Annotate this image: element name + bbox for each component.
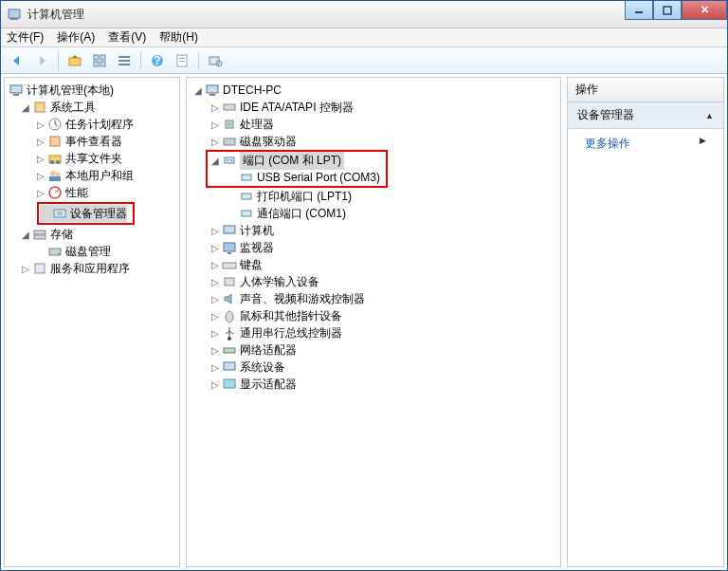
tree-device-manager[interactable]: ▷ 设备管理器 — [40, 205, 127, 222]
tree-hid[interactable]: ▷ 人体学输入设备 — [189, 273, 558, 290]
close-button[interactable]: ✕ — [682, 1, 727, 20]
forward-button[interactable] — [31, 50, 52, 71]
more-actions-link[interactable]: 更多操作 ▶ — [568, 129, 723, 158]
tree-shared-folders[interactable]: ▷ 共享文件夹 — [7, 150, 177, 167]
tree-sound[interactable]: ▷ 声音、视频和游戏控制器 — [189, 290, 558, 307]
tree-usb-serial[interactable]: ▷ USB Serial Port (COM3) — [209, 169, 380, 186]
tree-monitor[interactable]: ▷ 监视器 — [189, 239, 558, 256]
expand-icon[interactable]: ▷ — [35, 188, 46, 198]
label: 人体学输入设备 — [240, 274, 319, 290]
expand-icon[interactable]: ▷ — [209, 379, 220, 390]
tree-local-users[interactable]: ▷ 本地用户和组 — [7, 167, 177, 184]
mouse-icon — [222, 308, 237, 323]
separator — [198, 51, 199, 70]
svg-rect-37 — [35, 264, 45, 273]
back-button[interactable] — [7, 50, 27, 71]
tree-keyboard[interactable]: ▷ 键盘 — [189, 256, 558, 273]
collapse-icon[interactable]: ◢ — [20, 230, 30, 240]
label: 设备管理器 — [70, 206, 127, 222]
menu-help[interactable]: 帮助(H) — [159, 29, 198, 46]
maximize-button[interactable] — [653, 1, 682, 20]
svg-rect-50 — [224, 226, 235, 233]
collapse-icon[interactable]: ◢ — [20, 102, 30, 113]
expand-icon[interactable]: ▷ — [209, 328, 220, 339]
label: 计算机管理(本地) — [27, 83, 114, 99]
expand-icon[interactable]: ▷ — [209, 311, 220, 322]
label: 键盘 — [240, 257, 263, 273]
tree-services-apps[interactable]: ▷ 服务和应用程序 — [7, 260, 177, 277]
expand-icon[interactable]: ▷ — [209, 120, 220, 130]
tree-disk-drives[interactable]: ▷ 磁盘驱动器 — [189, 133, 558, 150]
scan-button[interactable] — [205, 50, 226, 71]
help-button[interactable]: ? — [147, 50, 168, 71]
tree-system-devices[interactable]: ▷ 系统设备 — [189, 359, 558, 376]
menu-file[interactable]: 文件(F) — [7, 29, 44, 46]
label: DTECH-PC — [223, 83, 282, 97]
refresh-button[interactable] — [172, 50, 192, 71]
actions-section[interactable]: 设备管理器 ▲ — [568, 102, 723, 129]
expand-icon[interactable]: ▷ — [209, 243, 220, 253]
expand-icon[interactable]: ▷ — [209, 277, 220, 287]
services-icon — [32, 261, 47, 276]
device-tree: ◢ DTECH-PC ▷ IDE ATA/ATAPI 控制器 ▷ 处理器 ▷ 磁… — [187, 78, 560, 396]
disk-icon — [222, 134, 237, 149]
tree-network[interactable]: ▷ 网络适配器 — [189, 341, 558, 359]
tree-storage[interactable]: ◢ 存储 — [7, 226, 177, 243]
expand-icon[interactable]: ▷ — [35, 120, 46, 130]
up-button[interactable] — [64, 50, 85, 71]
tree-mouse[interactable]: ▷ 鼠标和其他指针设备 — [189, 307, 558, 324]
tree-ide[interactable]: ▷ IDE ATA/ATAPI 控制器 — [189, 99, 558, 116]
tree-printer-port[interactable]: ▷ 打印机端口 (LPT1) — [189, 188, 558, 205]
expand-icon[interactable]: ▷ — [209, 294, 220, 304]
main-panel: ◢ DTECH-PC ▷ IDE ATA/ATAPI 控制器 ▷ 处理器 ▷ 磁… — [186, 77, 561, 567]
tree-cpu[interactable]: ▷ 处理器 — [189, 116, 558, 133]
expand-icon[interactable]: ▷ — [35, 154, 46, 164]
label: 服务和应用程序 — [50, 261, 130, 277]
expand-icon[interactable]: ▷ — [35, 171, 46, 181]
expand-icon[interactable]: ▷ — [209, 260, 220, 270]
expand-icon[interactable]: ▷ — [209, 362, 220, 373]
collapse-icon[interactable]: ▲ — [705, 111, 714, 120]
expand-icon[interactable]: ▷ — [209, 226, 220, 236]
tree-comm-port[interactable]: ▷ 通信端口 (COM1) — [189, 205, 558, 222]
collapse-icon[interactable]: ◢ — [192, 85, 203, 96]
tree-performance[interactable]: ▷ 性能 — [7, 184, 177, 201]
expand-icon[interactable]: ▷ — [209, 345, 220, 356]
expand-icon[interactable]: ▷ — [209, 102, 220, 113]
svg-rect-48 — [242, 193, 251, 199]
tree-disk-mgmt[interactable]: ▷ 磁盘管理 — [7, 243, 177, 260]
tree-task-scheduler[interactable]: ▷ 任务计划程序 — [7, 116, 177, 133]
tree-computer[interactable]: ▷ 计算机 — [189, 222, 558, 239]
svg-rect-57 — [224, 348, 235, 353]
menu-action[interactable]: 操作(A) — [57, 29, 95, 46]
window-controls: ✕ — [625, 1, 727, 20]
tree-display[interactable]: ▷ 显示适配器 — [189, 376, 558, 393]
tree-sys-tools[interactable]: ◢ 系统工具 — [7, 99, 177, 116]
list-button[interactable] — [114, 50, 135, 71]
expand-icon[interactable]: ▷ — [209, 137, 220, 147]
svg-point-46 — [230, 159, 232, 161]
tree-root[interactable]: 计算机管理(本地) — [7, 82, 177, 99]
svg-rect-7 — [94, 62, 99, 66]
collapse-icon[interactable]: ◢ — [209, 156, 220, 166]
label: 声音、视频和游戏控制器 — [240, 291, 365, 307]
expand-icon[interactable]: ▷ — [20, 264, 30, 274]
disk-icon — [47, 244, 63, 259]
expand-icon[interactable]: ▷ — [35, 137, 46, 147]
svg-rect-19 — [10, 85, 22, 93]
tree-usb[interactable]: ▷ 通用串行总线控制器 — [189, 324, 558, 341]
svg-rect-5 — [94, 55, 99, 60]
tree-event-viewer[interactable]: ▷ 事件查看器 — [7, 133, 177, 150]
tree-ports[interactable]: ◢ 端口 (COM 和 LPT) — [209, 152, 380, 169]
label: 存储 — [50, 227, 73, 243]
tree-root-pc[interactable]: ◢ DTECH-PC — [189, 82, 558, 99]
properties-button[interactable] — [89, 50, 110, 71]
svg-rect-32 — [57, 212, 63, 215]
menu-view[interactable]: 查看(V) — [108, 29, 146, 46]
svg-rect-44 — [225, 157, 234, 163]
label: 磁盘管理 — [65, 244, 111, 260]
label: 磁盘驱动器 — [240, 134, 297, 150]
svg-rect-58 — [224, 362, 235, 370]
svg-point-27 — [50, 171, 56, 176]
minimize-button[interactable] — [625, 1, 653, 20]
